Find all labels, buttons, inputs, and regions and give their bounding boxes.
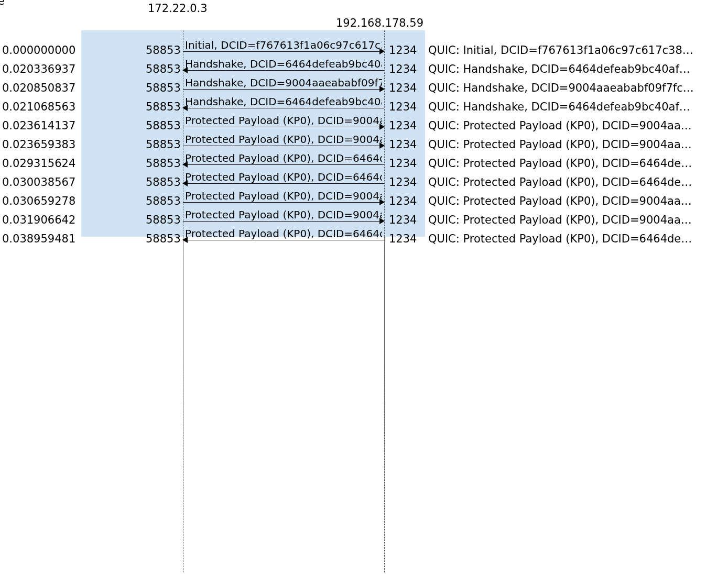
lifeline-left-lower — [183, 237, 183, 572]
corner-text: e — [0, 0, 5, 7]
arrow-left-icon — [182, 161, 188, 168]
dst-port: 1234 — [389, 195, 417, 207]
flow-comment: QUIC: Protected Payload (KP0), DCID=6464… — [428, 176, 727, 189]
dst-port: 1234 — [389, 176, 417, 189]
flow-arrow-label: Protected Payload (KP0), DCID=6464defea… — [185, 152, 382, 164]
dst-port: 1234 — [389, 119, 417, 132]
flow-row[interactable]: 0.023614137588531234Protected Payload (K… — [0, 115, 728, 134]
flow-row[interactable]: 0.020850837588531234Handshake, DCID=9004… — [0, 78, 728, 96]
flow-comment: QUIC: Protected Payload (KP0), DCID=6464… — [428, 233, 727, 245]
arrow-line — [183, 127, 384, 127]
src-port: 58853 — [146, 82, 177, 94]
time-value: 0.030659278 — [2, 195, 75, 207]
flow-arrow-label: Handshake, DCID=6464defeab9bc40af662… — [185, 95, 382, 108]
flow-row[interactable]: 0.030659278588531234Protected Payload (K… — [0, 191, 728, 209]
flow-arrow-label: Protected Payload (KP0), DCID=9004aaeab… — [185, 190, 382, 202]
arrow-line — [183, 202, 384, 203]
time-value: 0.038959481 — [2, 233, 75, 245]
flow-row[interactable]: 0.000000000588531234Initial, DCID=f76761… — [0, 40, 728, 59]
flow-comment: QUIC: Handshake, DCID=6464defeab9bc40af… — [428, 63, 727, 75]
src-port: 58853 — [146, 63, 177, 75]
flow-arrow[interactable]: Initial, DCID=f767613f1a06c97c617c382ef… — [183, 40, 384, 58]
flow-comment: QUIC: Handshake, DCID=6464defeab9bc40af… — [428, 101, 727, 113]
flow-arrow-label: Protected Payload (KP0), DCID=6464defea… — [185, 227, 382, 240]
flow-arrow-label: Initial, DCID=f767613f1a06c97c617c382ef… — [185, 39, 382, 51]
arrow-line — [183, 146, 384, 146]
flow-comment: QUIC: Protected Payload (KP0), DCID=9004… — [428, 195, 727, 207]
flow-arrow-label: Protected Payload (KP0), DCID=9004aaeab… — [185, 133, 382, 146]
flow-comment: QUIC: Protected Payload (KP0), DCID=6464… — [428, 157, 727, 170]
flow-row[interactable]: 0.038959481588531234Protected Payload (K… — [0, 228, 728, 247]
time-value: 0.023614137 — [2, 119, 75, 132]
flow-row[interactable]: 0.021068563588531234Handshake, DCID=6464… — [0, 96, 728, 115]
arrow-line — [183, 221, 384, 222]
flow-arrow-label: Protected Payload (KP0), DCID=9004aaeab… — [185, 114, 382, 127]
flow-arrow-label: Protected Payload (KP0), DCID=9004aaeab… — [185, 208, 382, 221]
flow-arrow[interactable]: Protected Payload (KP0), DCID=9004aaeab… — [183, 191, 384, 208]
src-port: 58853 — [146, 195, 177, 207]
flow-arrow[interactable]: Protected Payload (KP0), DCID=6464defea… — [183, 153, 384, 171]
arrow-right-icon — [379, 199, 385, 205]
time-value: 0.030038567 — [2, 176, 75, 189]
flow-graph-panel: e 172.22.0.3 192.168.178.59 0.0000000005… — [0, 0, 728, 575]
flow-arrow-label: Handshake, DCID=9004aaeababf09f7fcbb… — [185, 76, 382, 89]
flow-arrow[interactable]: Protected Payload (KP0), DCID=9004aaeab… — [183, 134, 384, 152]
arrow-line — [183, 183, 384, 184]
time-value: 0.031906642 — [2, 214, 75, 226]
flow-comment: QUIC: Initial, DCID=f767613f1a06c97c617c… — [428, 44, 727, 57]
src-port: 58853 — [146, 138, 177, 151]
arrow-right-icon — [379, 124, 385, 130]
arrow-left-icon — [182, 237, 188, 243]
flow-comment: QUIC: Handshake, DCID=9004aaeababf09f7fc… — [428, 82, 727, 94]
host-label-right: 192.168.178.59 — [336, 17, 423, 29]
arrow-line — [183, 164, 384, 165]
lifeline-right-lower — [384, 237, 385, 572]
flow-arrow[interactable]: Protected Payload (KP0), DCID=6464defea… — [183, 228, 384, 246]
flow-row[interactable]: 0.023659383588531234Protected Payload (K… — [0, 134, 728, 153]
flow-comment: QUIC: Protected Payload (KP0), DCID=9004… — [428, 119, 727, 132]
src-port: 58853 — [146, 119, 177, 132]
flow-arrow[interactable]: Handshake, DCID=6464defeab9bc40af662… — [183, 96, 384, 114]
host-label-left: 172.22.0.3 — [148, 2, 208, 15]
src-port: 58853 — [146, 176, 177, 189]
flow-comment: QUIC: Protected Payload (KP0), DCID=9004… — [428, 138, 727, 151]
dst-port: 1234 — [389, 82, 417, 94]
time-value: 0.021068563 — [2, 101, 75, 113]
arrow-right-icon — [379, 218, 385, 224]
time-value: 0.000000000 — [2, 44, 75, 57]
arrow-right-icon — [379, 86, 385, 92]
src-port: 58853 — [146, 157, 177, 170]
flow-arrow[interactable]: Handshake, DCID=9004aaeababf09f7fcbb… — [183, 78, 384, 95]
flow-row[interactable]: 0.030038567588531234Protected Payload (K… — [0, 172, 728, 191]
arrow-left-icon — [182, 67, 188, 73]
dst-port: 1234 — [389, 44, 417, 57]
arrow-right-icon — [379, 142, 385, 149]
arrow-line — [183, 51, 384, 52]
flow-comment: QUIC: Protected Payload (KP0), DCID=9004… — [428, 214, 727, 226]
arrow-line — [183, 240, 384, 240]
time-value: 0.029315624 — [2, 157, 75, 170]
arrow-line — [183, 70, 384, 71]
dst-port: 1234 — [389, 214, 417, 226]
arrow-line — [183, 108, 384, 108]
flow-arrow[interactable]: Protected Payload (KP0), DCID=9004aaeab… — [183, 209, 384, 227]
src-port: 58853 — [146, 101, 177, 113]
arrow-right-icon — [379, 48, 385, 54]
flow-arrow[interactable]: Protected Payload (KP0), DCID=9004aaeab… — [183, 115, 384, 133]
dst-port: 1234 — [389, 157, 417, 170]
flow-arrow-label: Protected Payload (KP0), DCID=6464defea… — [185, 171, 382, 183]
flow-row[interactable]: 0.029315624588531234Protected Payload (K… — [0, 153, 728, 172]
src-port: 58853 — [146, 233, 177, 245]
flow-arrow[interactable]: Handshake, DCID=6464defeab9bc40af662… — [183, 59, 384, 76]
time-value: 0.020336937 — [2, 63, 75, 75]
time-value: 0.023659383 — [2, 138, 75, 151]
flow-row[interactable]: 0.031906642588531234Protected Payload (K… — [0, 209, 728, 228]
arrow-left-icon — [182, 180, 188, 186]
time-value: 0.020850837 — [2, 82, 75, 94]
dst-port: 1234 — [389, 233, 417, 245]
src-port: 58853 — [146, 44, 177, 57]
flow-arrow[interactable]: Protected Payload (KP0), DCID=6464defea… — [183, 172, 384, 190]
dst-port: 1234 — [389, 138, 417, 151]
flow-row[interactable]: 0.020336937588531234Handshake, DCID=6464… — [0, 59, 728, 78]
dst-port: 1234 — [389, 63, 417, 75]
